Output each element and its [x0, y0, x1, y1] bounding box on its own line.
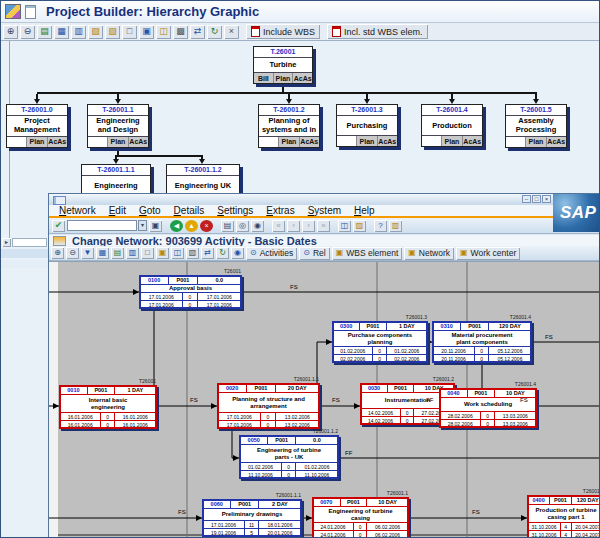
- scroll-right-button[interactable]: ▸: [2, 238, 11, 247]
- menu-help[interactable]: Help: [354, 205, 375, 216]
- overview-button[interactable]: ▧: [88, 25, 103, 39]
- menu-network[interactable]: Network: [59, 205, 96, 216]
- menu-settings[interactable]: Settings: [217, 205, 253, 216]
- grid-button[interactable]: ▥: [126, 247, 139, 259]
- previous-page-button[interactable]: ‹: [287, 220, 300, 232]
- close-button[interactable]: ×: [542, 195, 551, 203]
- zoom-out-button[interactable]: ⊖: [66, 247, 79, 259]
- rel-button[interactable]: ⊙Rel: [299, 247, 329, 260]
- first-page-button[interactable]: «: [272, 220, 285, 232]
- hierarchy-node-t-26001.3[interactable]: T-26001.3PurchasingPlanAcAs: [336, 104, 398, 147]
- menu-details[interactable]: Details: [174, 205, 205, 216]
- network-button[interactable]: ▣Network: [404, 247, 454, 260]
- refresh-button[interactable]: ↻: [207, 25, 222, 39]
- hierarchy-node-root[interactable]: T.26001 Turbine Bill Plan AcAs: [253, 46, 313, 84]
- last-page-button[interactable]: »: [317, 220, 330, 232]
- activity-work-scheduling[interactable]: T26001.40040P00110 DAYWork scheduling28.…: [439, 388, 537, 428]
- hierarchy-node-t-26001.1.1[interactable]: T-26001.1.1Engineering: [81, 164, 151, 196]
- scroll-track[interactable]: [12, 238, 47, 247]
- graphic-button[interactable]: ◫: [156, 25, 171, 39]
- overview-button[interactable]: ◫: [171, 247, 184, 259]
- plan-button[interactable]: Plan: [441, 136, 461, 146]
- work-center-button[interactable]: ▣Work center: [456, 247, 520, 260]
- incl.-std-wbs-elem.-button[interactable]: Incl. std WBS elem.: [327, 24, 428, 39]
- acas-button[interactable]: AcAs: [128, 137, 148, 147]
- clipboard-button[interactable]: ▩: [173, 25, 188, 39]
- print-button[interactable]: ▤: [221, 220, 234, 232]
- find-next-button[interactable]: ◉: [251, 220, 264, 232]
- detail-view-button[interactable]: ▥: [71, 25, 86, 39]
- zoom-out-button[interactable]: ⊖: [20, 25, 35, 39]
- zoom-in-button[interactable]: ⊕: [51, 247, 64, 259]
- menu-extras[interactable]: Extras: [266, 205, 294, 216]
- activity-purchase-components[interactable]: T26001.30300P0011 DAYPurchase components…: [332, 321, 428, 363]
- list-button[interactable]: ▤: [111, 247, 124, 259]
- acas-button[interactable]: AcAs: [299, 137, 319, 147]
- create-page-button[interactable]: □: [122, 25, 137, 39]
- cut-button[interactable]: ×: [224, 25, 239, 39]
- copy-page-button[interactable]: ▣: [156, 247, 169, 259]
- menu-goto[interactable]: Goto: [139, 205, 161, 216]
- blank-page-icon: □: [145, 249, 150, 257]
- maximize-button[interactable]: □: [532, 195, 541, 203]
- activity-preliminary-drawings[interactable]: T26001.1.10060P0012 DAYPreliminary drawi…: [202, 499, 302, 537]
- insert-template-button[interactable]: ▣: [139, 25, 154, 39]
- hierarchy-node-t-26001.5[interactable]: T-26001.5AssemblyProcessingPlanAcAs: [505, 104, 567, 148]
- plan-button[interactable]: Plan: [525, 137, 545, 147]
- acas-button[interactable]: AcAs: [377, 136, 397, 146]
- minimize-button[interactable]: –: [522, 195, 531, 203]
- plan-button[interactable]: Plan: [278, 137, 298, 147]
- connect-button[interactable]: ⇄: [190, 25, 205, 39]
- new-session-button[interactable]: ◫: [338, 220, 351, 232]
- activity-material-procurement[interactable]: T26001.40310P001120 DAYMaterial procurem…: [432, 321, 532, 363]
- save-button[interactable]: ▣: [149, 220, 162, 232]
- acas-button[interactable]: AcAs: [462, 136, 482, 146]
- include-wbs-button[interactable]: Include WBS: [246, 24, 320, 39]
- hierarchy-node-t-26001.1.2[interactable]: T-26001.1.2Engineering UK: [166, 164, 240, 196]
- next-page-button[interactable]: ›: [302, 220, 315, 232]
- activity-approval-basis[interactable]: T260010100P0010.0Approval basis17.01.200…: [139, 275, 242, 309]
- hierarchy-node-t-26001.4[interactable]: T-26001.4ProductionPlanAcAs: [421, 104, 483, 147]
- tree-view-button[interactable]: ▤: [37, 25, 52, 39]
- plan-button[interactable]: Plan: [356, 136, 376, 146]
- find-button[interactable]: ◎: [236, 220, 249, 232]
- hierarchy-node-t-26001.2[interactable]: T-26001.2Planning ofsystems and inPlanAc…: [258, 104, 320, 148]
- activity-production-casing[interactable]: T26001.10400P001120 DAYProduction of tur…: [527, 495, 600, 538]
- help-button[interactable]: ?: [374, 220, 387, 232]
- plan-button[interactable]: Plan: [107, 137, 127, 147]
- clipboard-button[interactable]: ▧: [186, 247, 199, 259]
- hierarchy-node-t-26001.1[interactable]: T-26001.1Engineeringand DesignPlanAcAs: [87, 104, 149, 148]
- cancel-button[interactable]: ×: [200, 220, 213, 232]
- enter-button[interactable]: ✔: [52, 220, 65, 232]
- activity-internal-engineering[interactable]: T260010010P0011 DAYInternal basicenginee…: [59, 385, 157, 429]
- plan-button[interactable]: Plan: [273, 73, 293, 83]
- zoom-in-button[interactable]: ⊕: [3, 25, 18, 39]
- acas-button[interactable]: AcAs: [47, 137, 67, 147]
- activity-engineering-turbine-uk[interactable]: T26001.1.20050P0010.0Engineering of turb…: [239, 435, 339, 479]
- connect-button[interactable]: ⇄: [201, 247, 214, 259]
- blank-page-button[interactable]: □: [141, 247, 154, 259]
- bill-button[interactable]: Bill: [254, 73, 273, 83]
- navigation-button[interactable]: ▨: [105, 25, 120, 39]
- person-button[interactable]: ◉: [231, 247, 244, 259]
- table-view-button[interactable]: ▦: [54, 25, 69, 39]
- exit-button[interactable]: ▲: [185, 220, 198, 232]
- activity-engineering-casing[interactable]: T26001.10070P00110 DAYEngineering of tur…: [312, 497, 409, 538]
- plan-button[interactable]: Plan: [26, 137, 46, 147]
- menu-system[interactable]: System: [308, 205, 341, 216]
- shortcut-button[interactable]: ▨: [353, 220, 366, 232]
- acas-button[interactable]: AcAs: [546, 137, 566, 147]
- hierarchy-node-t-26001.0[interactable]: T-26001.0ProjectManagementPlanAcAs: [6, 104, 68, 148]
- wbs-element-button[interactable]: ▣WBS element: [332, 247, 403, 260]
- activity-planning-structure[interactable]: T26001.1.10020P00120 DAYPlanning of stru…: [217, 383, 320, 429]
- loop-button[interactable]: ↻: [216, 247, 229, 259]
- acas-button[interactable]: AcAs: [292, 73, 312, 83]
- activities-button[interactable]: ⊙Activities: [246, 247, 297, 260]
- command-field[interactable]: [67, 220, 137, 231]
- menu-edit[interactable]: Edit: [109, 205, 126, 216]
- table-button[interactable]: ▦: [96, 247, 109, 259]
- command-dropdown-icon[interactable]: ▾: [138, 220, 147, 231]
- customize-button[interactable]: ▥: [389, 220, 402, 232]
- back-button[interactable]: ◀: [170, 220, 183, 232]
- filter-button[interactable]: ▼: [81, 247, 94, 259]
